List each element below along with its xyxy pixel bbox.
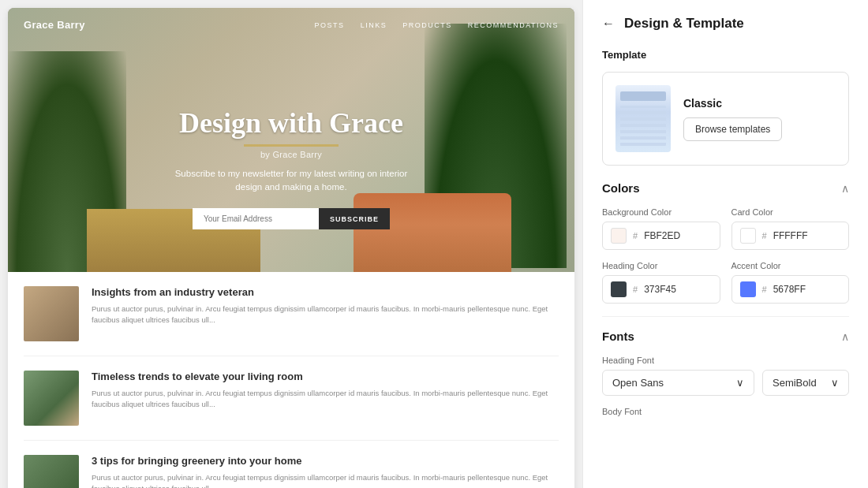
hero-title: Design with Grace [179,108,403,140]
panel-header: ← Design & Template [602,16,849,32]
hero-nav: Grace Barry POSTS LINKS PRODUCTS RECOMME… [8,8,574,42]
background-color-field: Background Color # FBF2ED [602,207,720,250]
heading-font-label: Heading Font [602,356,849,365]
nav-link-links[interactable]: LINKS [361,21,387,29]
fonts-chevron-icon[interactable]: ∧ [841,330,849,343]
email-input[interactable] [193,208,319,229]
heading-color-field: Heading Color # 373F45 [602,261,720,304]
hero-byline: by Grace Barry [260,150,322,159]
template-card: Classic Browse templates [602,72,849,166]
card-color-label: Card Color [731,207,850,217]
accent-color-value: 5678FF [773,284,806,295]
article-title-2[interactable]: Timeless trends to elevate your living r… [92,371,559,384]
article-title-3[interactable]: 3 tips for bringing greenery into your h… [92,455,559,468]
template-name: Classic [683,97,782,110]
heading-color-swatch [611,281,627,297]
article-item: 3 tips for bringing greenery into your h… [24,441,559,488]
fonts-section-title: Fonts [602,330,634,343]
template-info: Classic Browse templates [683,97,782,141]
preview-panel: Grace Barry POSTS LINKS PRODUCTS RECOMME… [8,8,574,488]
nav-link-recommendations[interactable]: RECOMMENDATIONS [468,21,559,29]
accent-color-swatch [740,281,756,297]
card-color-field: Card Color # FFFFFF [731,207,850,250]
card-color-value: FFFFFF [773,230,808,241]
hero-description: Subscribe to my newsletter for my latest… [173,167,410,195]
heading-color-hash: # [633,285,638,294]
divider [602,316,849,317]
colors-section: Colors ∧ Background Color # FBF2ED Card … [602,181,849,304]
article-item: Insights from an industry veteran Purus … [24,272,559,356]
article-body-2: Purus ut auctor purus, pulvinar in. Arcu… [92,388,559,411]
body-font-label: Body Font [602,407,849,416]
article-title-1[interactable]: Insights from an industry veteran [92,286,559,300]
panel-title: Design & Template [624,16,744,32]
hero-subscribe-form: SUBSCRIBE [193,208,390,229]
accent-color-label: Accent Color [731,261,850,270]
nav-link-posts[interactable]: POSTS [315,21,345,29]
heading-font-weight-chevron-icon: ∨ [831,377,839,389]
heading-font-chevron-icon: ∨ [736,377,744,389]
colors-chevron-icon[interactable]: ∧ [841,182,849,195]
accent-color-field: Accent Color # 5678FF [731,261,850,304]
template-thumbnail [615,85,671,152]
colors-grid: Background Color # FBF2ED Card Color # F… [602,207,849,304]
accent-color-hash: # [762,285,767,294]
card-color-swatch [740,228,756,244]
nav-link-products[interactable]: PRODUCTS [402,21,452,29]
article-body-1: Purus ut auctor purus, pulvinar in. Arcu… [92,304,559,326]
settings-panel: ← Design & Template Template Classic Bro… [582,0,868,488]
template-section: Template Classic Browse templates [602,49,849,166]
article-item: Timeless trends to elevate your living r… [24,356,559,441]
background-color-label: Background Color [602,207,720,217]
article-image-1 [24,286,79,341]
card-color-hash: # [762,231,767,240]
heading-font-select[interactable]: Open Sans ∨ [602,370,754,396]
heading-font-name: Open Sans [612,377,664,389]
site-logo: Grace Barry [24,19,85,31]
article-body-3: Purus ut auctor purus, pulvinar in. Arcu… [92,472,559,488]
background-color-value: FBF2ED [644,230,680,241]
back-button[interactable]: ← [602,17,615,31]
nav-links: POSTS LINKS PRODUCTS RECOMMENDATIONS [315,21,559,29]
hero-section: Grace Barry POSTS LINKS PRODUCTS RECOMME… [8,8,574,272]
heading-color-input[interactable]: # 373F45 [602,275,720,304]
article-image-3 [24,455,79,488]
colors-section-header: Colors ∧ [602,181,849,195]
subscribe-button[interactable]: SUBSCRIBE [319,208,390,229]
heading-color-value: 373F45 [644,284,676,295]
article-image-2 [24,371,79,426]
article-content-1: Insights from an industry veteran Purus … [92,286,559,326]
browse-templates-button[interactable]: Browse templates [683,117,782,141]
heading-color-label: Heading Color [602,261,720,270]
fonts-section-header: Fonts ∧ [602,330,849,343]
heading-font-row: Open Sans ∨ SemiBold ∨ [602,370,849,396]
background-color-input[interactable]: # FBF2ED [602,222,720,250]
hero-gold-bar [244,144,339,147]
background-color-swatch [611,228,627,244]
accent-color-input[interactable]: # 5678FF [731,275,850,304]
heading-font-weight-select[interactable]: SemiBold ∨ [762,370,849,396]
heading-font-weight: SemiBold [773,377,817,389]
fonts-section: Fonts ∧ Heading Font Open Sans ∨ SemiBol… [602,330,849,416]
article-content-3: 3 tips for bringing greenery into your h… [92,455,559,488]
template-section-label: Template [602,49,849,61]
card-color-input[interactable]: # FFFFFF [731,222,850,250]
colors-section-title: Colors [602,181,640,195]
hero-content: Design with Grace by Grace Barry Subscri… [8,42,574,272]
article-content-2: Timeless trends to elevate your living r… [92,371,559,410]
article-list: Insights from an industry veteran Purus … [8,272,574,488]
background-color-hash: # [633,231,638,240]
